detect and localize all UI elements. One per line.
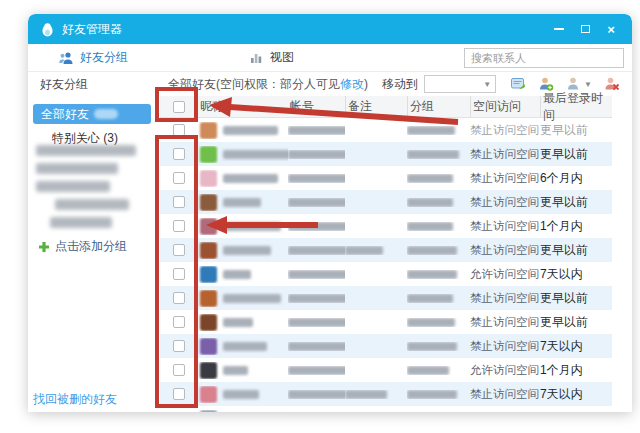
space-access-cell: 禁止访问空间 bbox=[470, 147, 540, 162]
row-checkbox[interactable] bbox=[173, 244, 185, 256]
friend-avatar bbox=[200, 386, 217, 403]
account-cell bbox=[288, 294, 345, 303]
row-checkbox-cell bbox=[160, 172, 198, 184]
maximize-button[interactable] bbox=[572, 18, 598, 40]
account-cell bbox=[288, 222, 345, 231]
table-row: 禁止访问空间7天以内 bbox=[160, 382, 612, 406]
group-sidebar: 全部好友 特别关心 (3) 点击添加分组 找回被删的好友 bbox=[28, 96, 160, 412]
row-checkbox[interactable] bbox=[173, 388, 185, 400]
edit-permission-link[interactable]: 修改 bbox=[340, 77, 364, 91]
row-checkbox[interactable] bbox=[173, 268, 185, 280]
redacted-group bbox=[407, 294, 453, 303]
account-cell bbox=[288, 270, 345, 279]
nickname-cell bbox=[198, 314, 288, 331]
scope-suffix: ) bbox=[364, 77, 368, 91]
redacted-group bbox=[407, 366, 449, 375]
redacted-group bbox=[407, 318, 455, 327]
account-cell bbox=[288, 390, 345, 399]
select-all-checkbox[interactable] bbox=[173, 101, 185, 113]
view-tab[interactable]: 视图 bbox=[248, 49, 294, 66]
row-checkbox-cell bbox=[160, 364, 198, 376]
redacted-remark bbox=[345, 390, 387, 399]
row-checkbox[interactable] bbox=[173, 340, 185, 352]
column-header[interactable]: 分组 bbox=[407, 96, 470, 117]
redacted-group-item[interactable] bbox=[55, 199, 129, 210]
friend-groups-tab[interactable]: 好友分组 bbox=[58, 49, 128, 66]
friend-avatar bbox=[200, 122, 217, 139]
redacted-group-item[interactable] bbox=[36, 145, 136, 156]
row-checkbox[interactable] bbox=[173, 220, 185, 232]
redacted-group bbox=[407, 174, 453, 183]
friend-manager-window: 好友管理器 × 好友分组 bbox=[28, 14, 632, 412]
row-checkbox-cell bbox=[160, 340, 198, 352]
column-header[interactable]: 备注 bbox=[345, 96, 407, 117]
view-label: 视图 bbox=[270, 49, 294, 66]
redacted-group bbox=[407, 222, 453, 231]
last-login-cell: 更早以前 bbox=[540, 122, 612, 139]
table-row: 允许访问空间7天以内 bbox=[160, 262, 612, 286]
redacted-group bbox=[407, 150, 459, 159]
nickname-cell bbox=[198, 290, 288, 307]
group-cell bbox=[407, 222, 470, 231]
friend-groups-label: 好友分组 bbox=[80, 49, 128, 66]
redacted-group bbox=[407, 342, 457, 351]
space-access-cell: 禁止访问空间 bbox=[470, 171, 540, 186]
column-header[interactable]: 空间访问 bbox=[470, 96, 540, 117]
column-header[interactable]: 帐号 bbox=[288, 96, 345, 117]
redacted-group bbox=[407, 246, 457, 255]
table-row: 禁止访问空间更早以前 bbox=[160, 238, 612, 262]
account-cell bbox=[288, 198, 345, 207]
table-row: 禁止访问空间更早以前 bbox=[160, 310, 612, 334]
nickname-cell bbox=[198, 194, 288, 211]
group-cell bbox=[407, 198, 470, 207]
remark-cell bbox=[345, 246, 407, 255]
group-cell bbox=[407, 390, 470, 399]
sidebar-item-all-friends[interactable]: 全部好友 bbox=[33, 104, 151, 124]
account-cell bbox=[288, 366, 345, 375]
row-checkbox[interactable] bbox=[173, 364, 185, 376]
restore-deleted-link[interactable]: 找回被删的好友 bbox=[33, 391, 117, 408]
redacted-group-item[interactable] bbox=[50, 217, 112, 228]
row-checkbox[interactable] bbox=[173, 172, 185, 184]
search-input[interactable] bbox=[464, 48, 624, 68]
scope-text: 全部好友(空间权限：部分人可见修改) bbox=[160, 76, 368, 93]
redacted-group-item[interactable] bbox=[36, 181, 110, 192]
view-bars-icon bbox=[248, 50, 264, 66]
qq-penguin-icon bbox=[40, 22, 55, 37]
row-checkbox-cell bbox=[160, 124, 198, 136]
redacted-nickname bbox=[223, 318, 253, 327]
minimize-button[interactable] bbox=[546, 18, 572, 40]
add-group-button[interactable]: 点击添加分组 bbox=[38, 238, 127, 255]
redacted-nickname bbox=[223, 294, 281, 303]
redacted-group bbox=[407, 270, 457, 279]
row-checkbox[interactable] bbox=[173, 124, 185, 136]
column-header[interactable]: 最后登录时间 bbox=[540, 96, 612, 117]
window-title: 好友管理器 bbox=[62, 21, 122, 38]
last-login-cell: 7天以内 bbox=[540, 266, 612, 283]
table-row: 禁止访问空间更早以前 bbox=[160, 142, 612, 166]
redacted-account bbox=[288, 198, 345, 207]
redacted-group-item[interactable] bbox=[36, 163, 118, 174]
redacted-account bbox=[288, 294, 345, 303]
table-row: 禁止访问空间更早以前 bbox=[160, 118, 612, 142]
nickname-cell bbox=[198, 170, 288, 187]
row-checkbox-cell bbox=[160, 292, 198, 304]
redacted-nickname bbox=[223, 390, 259, 399]
close-button[interactable]: × bbox=[598, 18, 624, 40]
row-checkbox[interactable] bbox=[173, 196, 185, 208]
redacted-nickname bbox=[223, 342, 267, 351]
friend-avatar bbox=[200, 338, 217, 355]
table-row: 禁止访问空间6个月内 bbox=[160, 166, 612, 190]
row-checkbox-cell bbox=[160, 244, 198, 256]
redacted-nickname bbox=[223, 222, 281, 231]
table-row: 禁止访问空间更早以前 bbox=[160, 286, 612, 310]
row-checkbox[interactable] bbox=[173, 316, 185, 328]
move-to-select[interactable]: ▼ bbox=[424, 75, 496, 93]
row-checkbox[interactable] bbox=[173, 148, 185, 160]
message-button[interactable] bbox=[510, 76, 526, 92]
select-all-cell bbox=[160, 96, 198, 117]
friend-avatar bbox=[200, 410, 217, 413]
row-checkbox[interactable] bbox=[173, 292, 185, 304]
maximize-icon bbox=[581, 25, 590, 33]
column-header[interactable]: 昵称 bbox=[198, 96, 288, 117]
